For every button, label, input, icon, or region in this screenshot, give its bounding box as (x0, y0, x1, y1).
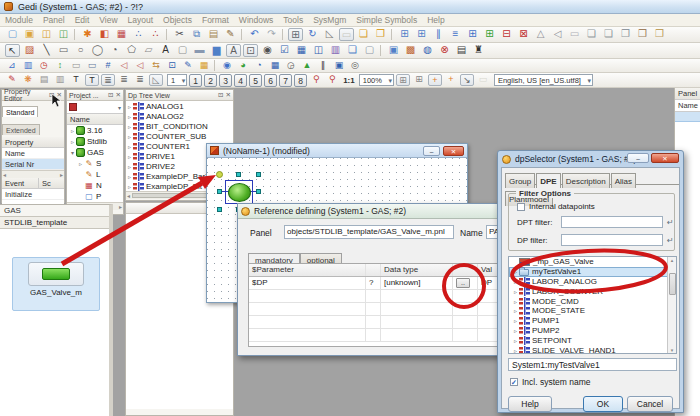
dp-item-labor_counter[interactable]: ▹LABOR_COUNTER (509, 286, 676, 296)
noname-titlebar[interactable]: (NoName-1) (modified) – ✕ (207, 144, 467, 158)
expander-icon[interactable]: ▹ (126, 123, 133, 130)
grid-toggle-icon[interactable]: ⊞ (396, 74, 410, 86)
radio-widget-icon[interactable]: ◉ (260, 44, 275, 57)
project-item-stdlib[interactable]: ▹Stdlib (67, 136, 123, 147)
expander-icon[interactable]: ▹ (126, 153, 133, 160)
dp-item-mode_cmd[interactable]: ▹MODE_CMD (509, 296, 676, 306)
color-grid-icon[interactable]: ▩ (403, 44, 418, 57)
view-rows-icon[interactable]: ≡ (448, 28, 463, 41)
format-brush-icon[interactable]: ✎ (223, 28, 238, 41)
browse-dp-button[interactable]: .. (456, 278, 470, 288)
select-tool-icon[interactable]: ↖ (5, 44, 20, 57)
language-select[interactable]: English, US [en_US.utf8] (494, 74, 593, 86)
close-panel-icon[interactable]: ✕ (226, 91, 231, 99)
stop-icon[interactable]: ⊗ (437, 44, 452, 57)
selected-dp-field[interactable]: System1:myTestValve1 (508, 358, 677, 371)
new-file-icon[interactable]: ▢ (5, 28, 20, 41)
menu-item-module[interactable]: Module (0, 15, 38, 25)
project-item-3.16[interactable]: ▹3.16 (67, 125, 123, 136)
world-icon[interactable]: ◍ (420, 44, 435, 57)
digital-icon[interactable]: # (101, 60, 115, 72)
menu-item-layout[interactable]: Layout (123, 15, 159, 25)
expander-icon[interactable]: ▹ (512, 337, 519, 344)
layer-button-3[interactable]: 3 (219, 74, 232, 87)
row-add-icon[interactable]: ⊞ (482, 28, 497, 41)
table-widget-icon[interactable]: ▦ (294, 44, 309, 57)
slider-v-icon[interactable]: ↕ (53, 60, 67, 72)
tab-widget-icon[interactable]: ❏ (345, 44, 360, 57)
hourglass-icon[interactable]: ♜ (471, 44, 486, 57)
redo-icon[interactable]: ↷ (264, 28, 279, 41)
expander-icon[interactable]: ▹ (512, 298, 519, 305)
selection-handle[interactable] (217, 189, 222, 194)
win-edit-icon[interactable]: ⊞ (414, 28, 429, 41)
clock-icon[interactable]: ◷ (37, 60, 51, 72)
menu-item-edit[interactable]: Edit (70, 15, 95, 25)
undo-icon[interactable]: ↶ (247, 28, 262, 41)
table-row[interactable] (249, 329, 513, 342)
catalog-icon[interactable]: ▨ (22, 44, 37, 57)
open-file-icon[interactable]: ▣ (22, 28, 37, 41)
dp-item-setpoint[interactable]: ▹SETPOINT (509, 335, 676, 345)
layer-select[interactable]: 1 (167, 74, 187, 86)
zoom-select[interactable]: 100% (359, 74, 394, 86)
tv-icon[interactable]: ▣ (332, 60, 346, 72)
menu-item-panel[interactable]: Panel (38, 15, 70, 25)
save-all-icon[interactable]: ◫ (56, 28, 71, 41)
menu-item-windows[interactable]: Windows (234, 15, 278, 25)
spin-right-icon[interactable]: ◁ (133, 60, 147, 72)
polygon-tool-icon[interactable]: ⬠ (124, 44, 139, 57)
image-widget-icon[interactable]: ▲ (300, 60, 314, 72)
expander-icon[interactable]: ▹ (512, 317, 519, 324)
menu-item-sysmgm[interactable]: SysMgm (308, 15, 351, 25)
import-icon[interactable]: ❐ (652, 28, 667, 41)
screen-icon[interactable]: ▣ (386, 44, 401, 57)
text-tool-icon[interactable]: A (158, 44, 173, 57)
menu-item-view[interactable]: View (94, 15, 122, 25)
ruler-h-icon[interactable]: ▤ (37, 74, 51, 86)
dp-type-counter_sub[interactable]: ▹COUNTER_SUB (126, 131, 233, 141)
dp-tree-header[interactable]: Dp Tree View ⊡ ✕ (126, 90, 233, 101)
ball-icon[interactable]: ◕ (236, 60, 250, 72)
expander-icon[interactable]: ▹ (512, 347, 519, 354)
incl-system-name-checkbox[interactable]: ✓ (510, 378, 518, 386)
copy-icon[interactable]: ⧉ (189, 28, 204, 41)
layer-button-8[interactable]: 8 (294, 74, 307, 87)
gauge-2-icon[interactable]: ▭ (85, 60, 99, 72)
tree-red-icon[interactable]: ∴ (148, 28, 163, 41)
zoom-in-icon[interactable]: ⚲ (309, 74, 323, 86)
expander-icon[interactable]: ▹ (126, 113, 133, 120)
minimize-button[interactable]: – (627, 153, 649, 163)
right-panel-selected-row[interactable] (675, 112, 700, 122)
help-button[interactable]: Help (508, 396, 552, 412)
close-panel-icon[interactable]: ✕ (57, 91, 62, 99)
expander-icon[interactable]: ▹ (126, 173, 133, 180)
frame-empty-icon[interactable]: ▭ (567, 28, 582, 41)
align-right-icon[interactable]: ≣ (133, 74, 147, 86)
reference-dialog-titlebar[interactable]: Reference defining (System1 - GAS; #2) (238, 204, 522, 219)
embed-widget-icon[interactable]: ◫ (311, 44, 326, 57)
project-item-s[interactable]: ▹✎S (67, 158, 123, 169)
pipe-tool-icon[interactable]: ▱ (141, 44, 156, 57)
expander-icon[interactable]: ▹ (126, 143, 133, 150)
project-filter-combo[interactable]: ▾ (67, 101, 123, 114)
expander-icon[interactable]: ▹ (126, 133, 133, 140)
close-button[interactable]: ✕ (443, 146, 464, 156)
clock-2-icon[interactable]: ◶ (284, 60, 298, 72)
module-icon[interactable]: ◧ (97, 28, 112, 41)
film-icon[interactable]: ▤ (454, 44, 469, 57)
dp-item-mode_state[interactable]: ▹MODE_STATE (509, 306, 676, 316)
selection-handle[interactable] (256, 172, 261, 177)
snap-toggle-icon[interactable]: ⊞ (412, 74, 426, 86)
stack-2-icon[interactable]: ❏ (601, 28, 616, 41)
field-widget-icon[interactable]: ⊡ (243, 44, 258, 57)
dp-item-pump1[interactable]: ▹PUMP1 (509, 316, 676, 326)
pointer-line-icon[interactable]: ↘ (460, 74, 474, 86)
dp-filter-input[interactable] (561, 234, 663, 246)
panel-icon[interactable]: ▦ (114, 28, 129, 41)
grid-icon[interactable]: ⊞ (288, 28, 303, 41)
swatch-2-icon[interactable]: ▭ (476, 74, 490, 86)
selection-handle[interactable] (256, 189, 261, 194)
zoom-out-icon[interactable]: ⚲ (325, 74, 339, 86)
project-item-p[interactable]: ▢P (67, 191, 123, 202)
